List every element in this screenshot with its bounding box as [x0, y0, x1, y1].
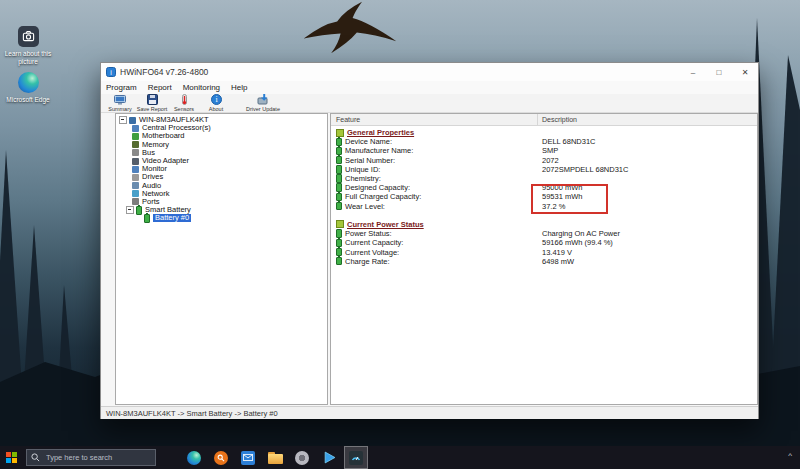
about-button[interactable]: i About — [201, 94, 231, 112]
feature-value: SMP — [538, 146, 558, 155]
feature-label: Designed Capacity: — [345, 183, 410, 192]
section-icon — [336, 129, 344, 137]
menu-report[interactable]: Report — [148, 83, 172, 92]
summary-monitor-icon — [114, 95, 126, 105]
battery-icon — [336, 183, 342, 192]
feature-label: Current Voltage: — [345, 248, 399, 257]
desktop-icon-label: Learn about this picture — [0, 50, 56, 65]
feature-row-power-status[interactable]: Power Status: Charging On AC Power — [331, 229, 757, 238]
menu-help[interactable]: Help — [231, 83, 247, 92]
tray-chevron-icon[interactable]: ^ — [788, 451, 792, 460]
battery-icon — [336, 239, 342, 248]
battery-icon — [336, 229, 342, 238]
bus-icon — [132, 149, 139, 156]
feature-label: Full Charged Capacity: — [345, 192, 421, 201]
menu-program[interactable]: Program — [106, 83, 137, 92]
battery-icon — [144, 214, 150, 223]
battery-icon — [336, 193, 342, 202]
maximize-button[interactable]: □ — [706, 64, 732, 81]
section-title: General Properties — [347, 128, 414, 137]
edge-icon — [187, 451, 201, 465]
feature-label: Manufacturer Name: — [345, 146, 413, 155]
feature-label: Power Status: — [345, 229, 392, 238]
collapse-expander-icon[interactable] — [119, 116, 127, 124]
battery-icon — [336, 138, 342, 147]
hwinfo-app-icon: i — [106, 67, 116, 77]
taskbar-file-explorer-button[interactable] — [263, 446, 287, 469]
column-header-description[interactable]: Description — [538, 116, 577, 123]
menu-bar: Program Report Monitoring Help — [101, 81, 758, 94]
desktop-icon-edge[interactable]: Microsoft Edge — [0, 72, 56, 104]
column-header-feature[interactable]: Feature — [331, 114, 538, 125]
section-title: Current Power Status — [347, 220, 424, 229]
menu-monitoring[interactable]: Monitoring — [183, 83, 220, 92]
memory-icon — [132, 141, 139, 148]
column-header-row: Feature Description — [331, 114, 757, 126]
driver-update-icon — [257, 94, 269, 105]
settings-icon — [295, 451, 309, 465]
section-general-properties: General Properties — [331, 128, 757, 137]
video-adapter-icon — [132, 158, 139, 165]
window-titlebar[interactable]: i HWiNFO64 v7.26-4800 – □ ✕ — [101, 63, 758, 81]
feature-value: 13.419 V — [538, 248, 572, 257]
device-tree-pane[interactable]: WIN-8M3AUFLK4KT Central Processor(s) Mot… — [115, 113, 328, 405]
feature-row-charge-rate[interactable]: Charge Rate: 6498 mW — [331, 257, 757, 266]
battery-icon — [336, 202, 342, 211]
save-report-button[interactable]: Save Report — [137, 94, 167, 112]
file-explorer-icon — [268, 452, 283, 464]
section-icon — [336, 220, 344, 228]
start-button[interactable] — [0, 446, 22, 469]
toolbar: Summary Save Report Sensors i About — [101, 94, 758, 113]
feature-label: Unique ID: — [345, 165, 380, 174]
cpu-icon — [132, 125, 139, 132]
desktop-icon-spotlight[interactable]: Learn about this picture — [0, 26, 56, 65]
taskbar-search-input[interactable] — [44, 452, 151, 463]
feature-row-serial-number[interactable]: Serial Number: 2072 — [331, 156, 757, 165]
feature-row-current-voltage[interactable]: Current Voltage: 13.419 V — [331, 247, 757, 256]
driver-update-button[interactable]: Driver Update — [243, 94, 283, 112]
battery-icon — [336, 147, 342, 156]
battery-icon — [336, 165, 342, 174]
feature-value: 6498 mW — [538, 257, 574, 266]
edge-icon — [18, 72, 39, 93]
sensors-button[interactable]: Sensors — [169, 94, 199, 112]
feature-label: Wear Level: — [345, 202, 385, 211]
bird-silhouette — [298, 0, 402, 60]
battery-icon — [336, 156, 342, 165]
taskbar-settings-button[interactable] — [290, 446, 314, 469]
red-highlight-box — [531, 184, 608, 214]
close-button[interactable]: ✕ — [732, 64, 758, 81]
taskbar-edge-button[interactable] — [182, 446, 206, 469]
taskbar-hwinfo-button[interactable] — [344, 446, 368, 469]
feature-row-device-name[interactable]: Device Name: DELL 68ND31C — [331, 137, 757, 146]
battery-icon — [136, 206, 142, 215]
sensors-thermometer-icon — [179, 94, 190, 105]
taskbar-media-player-button[interactable] — [317, 446, 341, 469]
taskbar-search-app-button[interactable] — [209, 446, 233, 469]
feature-row-manufacturer-name[interactable]: Manufacturer Name: SMP — [331, 146, 757, 155]
feature-value: Charging On AC Power — [538, 229, 620, 238]
desktop-icon-label: Microsoft Edge — [0, 96, 56, 104]
feature-row-chemistry[interactable]: Chemistry: — [331, 174, 757, 183]
tree-item-battery-0-selected[interactable]: Battery #0 — [116, 214, 327, 222]
mail-icon — [241, 451, 255, 465]
save-floppy-icon — [147, 94, 158, 105]
tree-selected-label: Battery #0 — [153, 214, 191, 222]
section-current-power-status: Current Power Status — [331, 220, 757, 229]
search-app-icon — [214, 451, 228, 465]
summary-button[interactable]: Summary — [105, 94, 135, 112]
feature-row-unique-id[interactable]: Unique ID: 2072SMPDELL 68ND31C — [331, 165, 757, 174]
feature-value: DELL 68ND31C — [538, 137, 596, 146]
feature-list-pane[interactable]: Feature Description General Properties D… — [330, 113, 758, 405]
about-info-icon: i — [211, 94, 222, 105]
minimize-button[interactable]: – — [680, 64, 706, 81]
audio-icon — [132, 182, 139, 189]
start-icon — [6, 452, 17, 463]
feature-row-current-capacity[interactable]: Current Capacity: 59166 mWh (99.4 %) — [331, 238, 757, 247]
collapse-expander-icon[interactable] — [126, 206, 134, 214]
taskbar-search-box[interactable] — [26, 449, 156, 466]
feature-value: 2072SMPDELL 68ND31C — [538, 165, 628, 174]
feature-label: Device Name: — [345, 137, 392, 146]
taskbar-mail-button[interactable] — [236, 446, 260, 469]
battery-icon — [336, 248, 342, 257]
